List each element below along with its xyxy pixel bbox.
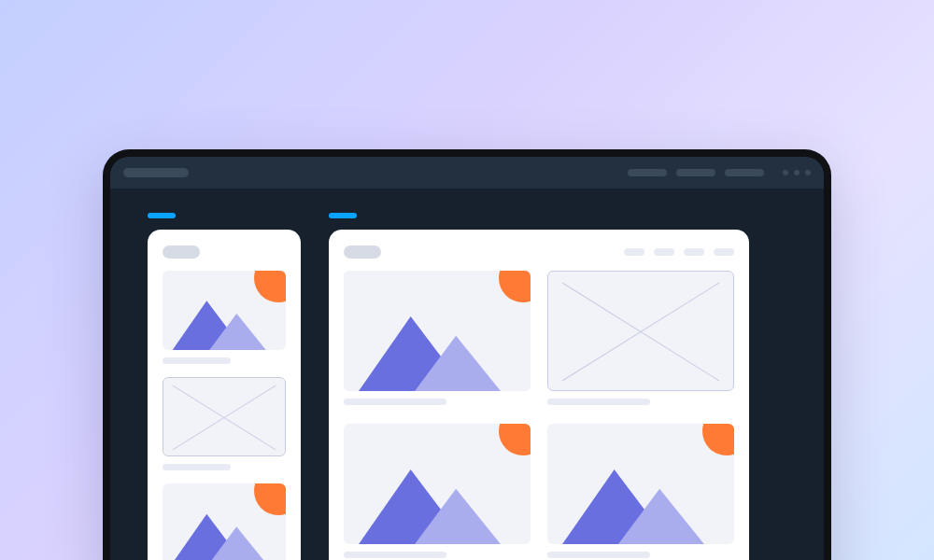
card-caption-placeholder (547, 399, 650, 405)
workarea (110, 189, 824, 560)
image-thumbnail (344, 424, 531, 544)
image-thumbnail (163, 483, 286, 560)
panel-accent-indicator (329, 213, 357, 218)
image-thumbnail (344, 271, 531, 391)
app-title-placeholder (123, 168, 189, 177)
narrow-card-list (163, 271, 286, 560)
image-thumbnail (163, 271, 286, 350)
app-topbar (110, 157, 824, 189)
topbar-link-placeholder[interactable] (628, 169, 667, 176)
card[interactable] (344, 424, 531, 558)
narrow-panel (148, 230, 301, 560)
wide-card-grid (344, 271, 734, 558)
card-caption-placeholder (163, 357, 231, 364)
wireframe-thumbnail (163, 377, 286, 456)
sun-icon (499, 424, 531, 455)
screen (110, 157, 824, 560)
topbar-link-placeholder[interactable] (725, 169, 764, 176)
narrow-panel-column (148, 213, 301, 560)
topbar-link-placeholder[interactable] (676, 169, 715, 176)
card[interactable] (547, 271, 734, 405)
panel-nav-item[interactable] (654, 248, 674, 256)
wide-panel (329, 230, 749, 560)
panel-header (344, 245, 734, 259)
sun-icon (702, 424, 734, 455)
panel-accent-indicator (148, 213, 176, 218)
card[interactable] (547, 424, 734, 558)
laptop-frame (103, 149, 831, 560)
sun-icon (499, 271, 531, 302)
wide-panel-column (329, 213, 749, 560)
panel-nav (624, 248, 734, 256)
card-caption-placeholder (344, 552, 446, 558)
sun-icon (254, 271, 286, 302)
panel-nav-item[interactable] (624, 248, 644, 256)
card[interactable] (163, 271, 286, 364)
sun-icon (254, 483, 286, 515)
card[interactable] (344, 271, 531, 405)
window-control-dot[interactable] (794, 170, 800, 175)
window-controls (783, 170, 811, 175)
image-thumbnail (547, 424, 734, 544)
panel-header (163, 245, 286, 259)
panel-nav-item[interactable] (714, 248, 734, 256)
card-caption-placeholder (344, 399, 446, 405)
window-control-dot[interactable] (805, 170, 811, 175)
window-control-dot[interactable] (783, 170, 788, 175)
panel-nav-item[interactable] (684, 248, 704, 256)
card[interactable] (163, 483, 286, 560)
panel-title-placeholder (344, 245, 381, 259)
card-caption-placeholder (163, 464, 231, 470)
wireframe-thumbnail (547, 271, 734, 391)
panel-title-placeholder (163, 245, 200, 259)
card[interactable] (163, 377, 286, 470)
card-caption-placeholder (547, 552, 650, 558)
